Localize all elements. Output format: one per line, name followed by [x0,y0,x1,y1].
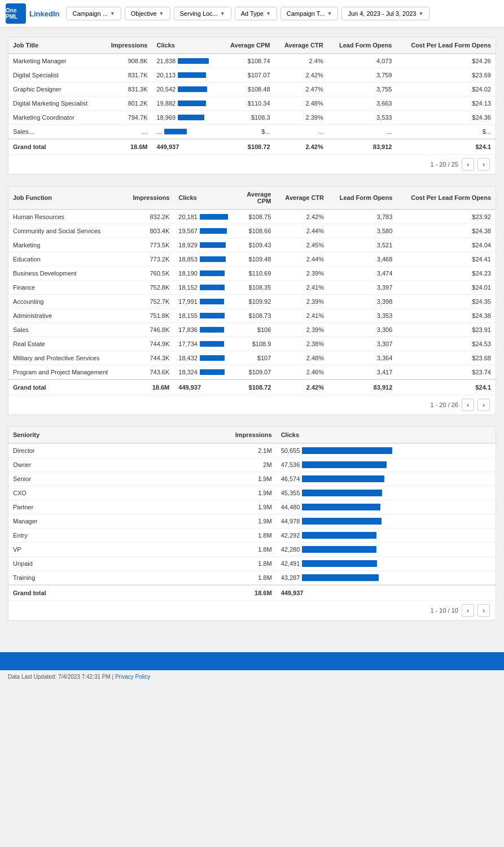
table-row: Digital Specialist 831.7K 20,113 $107.07… [8,68,496,82]
date-range-filter[interactable]: Jun 4, 2023 - Jul 3, 2023 ▼ [341,7,430,20]
table-row: Administrative 751.8K 18,155 $108.73 2.4… [8,309,496,323]
table-row: Finance 752.8K 18,152 $108.35 2.41% 3,39… [8,281,496,295]
lead-form-cell: 3,759 [328,68,397,82]
seniority-header-row: Seniority Impressions Clicks [8,427,496,443]
job-function-cell: Military and Protective Services [8,351,124,365]
job-function-cell: Human Resources [8,209,124,224]
avg-ctr-cell: 2.41% [275,281,328,295]
seniority-cell: Senior [8,472,203,486]
seniority-cell: Manager [8,514,203,529]
cost-per-cell: $24.23 [397,267,496,281]
clicks-cell: 20,181 [174,209,239,224]
clicks-bar [302,574,379,581]
clicks-bar [200,256,226,262]
grand-total-clicks: 449,937 [152,139,221,154]
clicks-value: 42,491 [281,560,300,567]
clicks-cell: 20,542 [152,82,221,97]
clicks-value: 47,536 [281,461,300,468]
clicks-bar [200,285,225,290]
cost-per-cell: $24.01 [397,281,496,295]
job-title-cell: Graphic Designer [8,82,102,97]
seniority-cell: Unpaid [8,557,203,571]
table-row: Partner 1.9M 44,480 [8,500,496,514]
lead-form-cell: 3,468 [328,252,397,267]
clicks-value: 50,655 [281,447,300,454]
avg-cpm-cell: $108.9 [239,337,275,351]
clicks-value: 18,152 [178,284,198,291]
impressions-cell: 1.9M [203,486,276,500]
job-title-prev-btn[interactable]: ‹ [462,158,474,171]
ad-type-filter[interactable]: Ad Type ▼ [235,7,277,20]
seniority-prev-btn[interactable]: ‹ [462,604,474,617]
grand-total-row: Grand total 18.6M 449,937 $108.72 2.42% … [8,379,496,395]
impressions-cell: 743.6K [124,365,174,380]
table-row: Accounting 752.7K 17,991 $109.92 2.39% 3… [8,295,496,309]
lead-form-cell: 3,521 [328,238,397,252]
clicks-bar [302,475,384,482]
impressions-cell: 1.8M [203,543,276,557]
job-title-cell: Digital Specialist [8,68,102,82]
table-row: Training 1.8M 43,287 [8,571,496,586]
grand-total-impressions: 18.6M [102,139,152,154]
clicks-value: 17,734 [178,340,198,347]
campaign-filter[interactable]: Campaign ... ▼ [66,7,121,20]
impressions-cell: 2.1M [203,443,276,458]
avg-ctr-cell: 2.46% [275,365,328,380]
clicks-bar [200,270,225,276]
clicks-bar [200,214,228,220]
seniority-next-btn[interactable]: › [477,604,490,617]
avg-cpm-cell: $107.07 [220,68,274,82]
clicks-cell: 20,113 [152,68,221,82]
cost-per-cell: $24.02 [396,82,496,97]
clicks-cell: 18,929 [174,238,239,252]
impressions-cell: 1.8M [203,529,276,543]
grand-total-cpm: $108.72 [239,379,275,395]
table-row: Military and Protective Services 744.3K … [8,351,496,365]
avg-cpm-cell: $110.34 [220,97,274,111]
grand-total-impressions: 18.6M [124,379,174,395]
ad-type-filter-label: Ad Type [241,10,264,17]
clicks-col-header: Clicks [277,427,496,443]
cost-per-cell: $24.41 [397,252,496,267]
grand-total-ctr: 2.42% [275,139,328,154]
grand-total-lead: 83,912 [328,139,397,154]
date-filter-label: Jun 4, 2023 - Jul 3, 2023 [348,10,416,17]
clicks-value: 43,287 [281,574,300,581]
privacy-policy-link[interactable]: Privacy Policy [115,674,150,680]
clicks-value: 18,155 [178,312,198,319]
clicks-value: 18,324 [178,369,198,376]
seniority-cell: Training [8,571,203,586]
job-title-pagination: 1 - 20 / 25 ‹ › [8,154,496,174]
impressions-cell: 803.4K [124,224,174,238]
avg-ctr-cell: 2.45% [275,238,328,252]
serving-location-filter[interactable]: Serving Loc... ▼ [174,7,231,20]
avg-cpm-cell: $109.48 [239,252,275,267]
avg-cpm-cell: $108.48 [220,82,274,97]
clicks-value: 17,991 [178,298,198,305]
clicks-cell: 18,853 [174,252,239,267]
clicks-cell: 44,978 [277,514,496,529]
job-function-table: Job Function Impressions Clicks AverageC… [8,186,496,395]
objective-filter[interactable]: Objective ▼ [125,7,170,20]
impressions-cell: 773.2K [124,252,174,267]
job-title-cell: Sales... [8,125,102,139]
lead-form-cell: 3,306 [328,323,397,337]
avg-cpm-cell: $... [220,125,274,139]
clicks-value: 44,480 [281,504,300,510]
job-title-next-btn[interactable]: › [477,158,490,171]
serving-filter-label: Serving Loc... [180,10,218,17]
clicks-cell: 19,882 [152,97,221,111]
job-function-prev-btn[interactable]: ‹ [462,399,474,411]
clicks-value: 20,113 [157,72,176,78]
clicks-bar [302,532,376,539]
campaign-type-filter[interactable]: Campaign T... ▼ [281,7,339,20]
job-title-header-row: Job Title Impressions Clicks Average CPM… [8,37,496,54]
grand-total-row: Grand total 18.6M 449,937 [8,585,496,600]
impressions-cell: 831.3K [102,82,152,97]
impressions-cell: 794.7K [102,111,152,125]
job-function-next-btn[interactable]: › [477,399,490,411]
cost-per-cell: $23.69 [396,68,496,82]
objective-filter-label: Objective [131,10,157,17]
clicks-cell: 42,491 [277,557,496,571]
job-function-page-info: 1 - 20 / 26 [430,401,458,408]
